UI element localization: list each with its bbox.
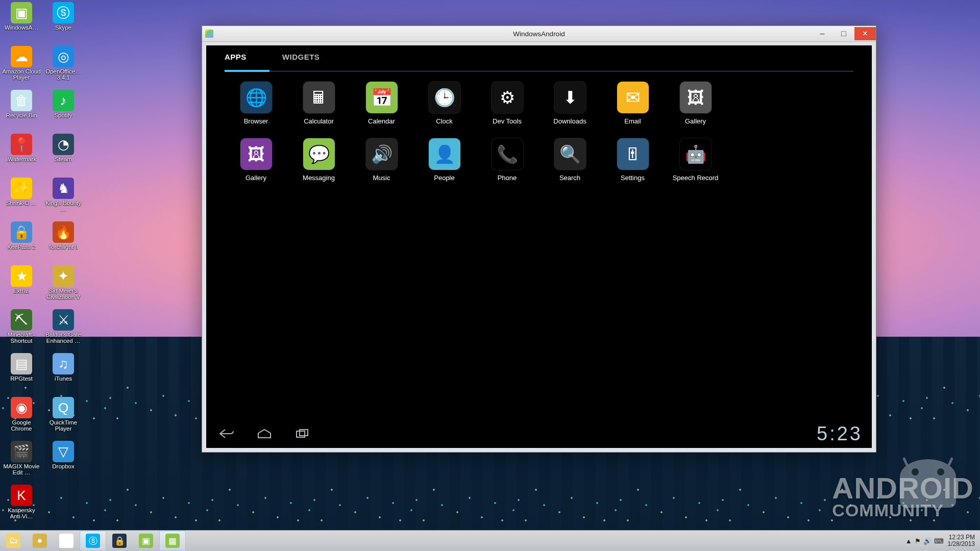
taskbar-unknown-app[interactable]: ●	[27, 531, 53, 551]
taskbar-lock-app[interactable]: 🔒	[106, 531, 133, 551]
window-buttons: – □ ×	[812, 28, 876, 40]
browser-icon: 🌐	[240, 82, 272, 113]
desktop-spotify-icon[interactable]: ♪Spotify	[44, 90, 83, 132]
desktop-rpgtest-icon[interactable]: ▤RPGtest	[2, 353, 41, 395]
tray-icons: ▲⚑🔊⌨	[905, 537, 944, 545]
app-gallery[interactable]: 🖼Gallery	[664, 82, 727, 125]
tab-widgets[interactable]: WIDGETS	[282, 53, 320, 66]
speech-icon: 🤖	[680, 138, 712, 170]
taskbar-chrome[interactable]: ◉	[53, 531, 80, 551]
desktop-icon-label: Minecraft - Shortcut	[2, 332, 41, 344]
app-phone[interactable]: 📞Phone	[476, 138, 538, 182]
desktop-quicktime-icon[interactable]: QQuickTime Player	[44, 397, 83, 439]
home-button[interactable]	[253, 424, 276, 443]
recents-button[interactable]	[291, 424, 313, 443]
app-devtools[interactable]: ⚙Dev Tools	[476, 82, 538, 125]
app-people[interactable]: 👤People	[413, 138, 476, 182]
app-gallery2[interactable]: 🖼Gallery	[225, 138, 287, 182]
desktop-minecraft-icon[interactable]: ⛏Minecraft - Shortcut	[2, 309, 41, 351]
taskbar-skype[interactable]: ⓢ	[80, 531, 106, 551]
taskbar-android[interactable]: ▣	[133, 531, 159, 551]
desktop-dropbox-icon[interactable]: ▽Dropbox	[44, 441, 83, 483]
maximize-button[interactable]: □	[833, 27, 854, 40]
desktop-kings-bounty-icon[interactable]: ♞King's Bounty …	[44, 178, 83, 219]
desktop-torchlight-icon[interactable]: 🔥Torchlight II	[44, 221, 83, 263]
desktop-icon-label: Steam	[55, 156, 71, 162]
app-browser[interactable]: 🌐Browser	[225, 82, 287, 125]
desktop-shrinko-icon[interactable]: ✨Shrink-O …	[2, 178, 41, 219]
settings-icon: 🎚	[617, 138, 649, 170]
baldurs-gate-icon: ⚔	[53, 309, 74, 331]
music-icon: 🔊	[366, 138, 398, 170]
desktop-icon-label: Torchlight II	[48, 244, 79, 250]
close-button[interactable]: ×	[854, 27, 876, 40]
desktop-icon-label: Sid Meier's Civilization V	[44, 288, 83, 300]
desktop-windowsandroid-icon[interactable]: ▣WindowsA…	[2, 2, 41, 44]
app-music[interactable]: 🔊Music	[350, 138, 413, 182]
app-email[interactable]: ✉Email	[601, 82, 664, 125]
desktop-kaspersky-icon[interactable]: KKaspersky Anti-Vi…	[2, 485, 41, 527]
desktop-icon-label: Baldur's Gate Enhanced …	[44, 332, 83, 344]
tab-apps[interactable]: APPS	[225, 53, 247, 66]
svg-rect-0	[297, 431, 305, 437]
minimize-button[interactable]: –	[812, 27, 833, 40]
spotify-icon: ♪	[53, 90, 74, 111]
desktop-itunes-icon[interactable]: ♫iTunes	[44, 353, 83, 395]
desktop-steam-icon[interactable]: ◔Steam	[44, 134, 83, 176]
app-speech[interactable]: 🤖Speech Record	[664, 138, 727, 182]
app-label: Clock	[436, 117, 453, 125]
desktop-icon-label: Kaspersky Anti-Vi…	[2, 507, 41, 519]
app-clock[interactable]: 🕒Clock	[413, 82, 476, 125]
taskbar-clock[interactable]: 12:23 PM 1/28/2013	[948, 534, 975, 547]
chrome-icon: ◉	[11, 397, 32, 418]
taskbar-windowsandroid[interactable]: ▦	[159, 531, 186, 551]
desktop-icon-label: Dropbox	[52, 463, 74, 469]
tray-icon-3[interactable]: ⌨	[934, 537, 944, 545]
app-search[interactable]: 🔍Search	[538, 138, 601, 182]
app-calculator[interactable]: 🖩Calculator	[287, 82, 350, 125]
desktop-skype-icon[interactable]: ⓢSkype	[44, 2, 83, 44]
desktop-openoffice-icon[interactable]: ◎OpenOffice… 3.4.1	[44, 46, 83, 88]
taskbar-explorer[interactable]: 🗂	[0, 531, 27, 551]
app-label: Gallery	[246, 174, 266, 182]
app-label: People	[434, 174, 454, 182]
app-label: Dev Tools	[493, 117, 522, 125]
tray-icon-2[interactable]: 🔊	[923, 537, 932, 545]
back-button[interactable]	[215, 424, 238, 443]
taskbar-date: 1/28/2013	[948, 541, 975, 547]
kaspersky-icon: K	[11, 485, 32, 506]
windowsandroid-icon: ▣	[11, 2, 32, 23]
taskbar[interactable]: 🗂●◉ⓢ🔒▣▦ ▲⚑🔊⌨ 12:23 PM 1/28/2013	[0, 530, 980, 551]
torchlight-icon: 🔥	[53, 221, 74, 243]
desktop-chrome-icon[interactable]: ◉Google Chrome	[2, 397, 41, 439]
desktop-iwatermark-icon[interactable]: 📍iWatermark	[2, 134, 41, 176]
app-messaging[interactable]: 💬Messaging	[287, 138, 350, 182]
desktop-icon-label: KeePass 2	[7, 244, 36, 250]
titlebar[interactable]: WindowsAndroid – □ ×	[202, 26, 876, 42]
desktop-civ5-icon[interactable]: ✦Sid Meier's Civilization V	[44, 265, 83, 307]
calculator-icon: 🖩	[303, 82, 335, 113]
app-calendar[interactable]: 📅Calendar	[350, 82, 413, 125]
app-downloads[interactable]: ⬇Downloads	[538, 82, 601, 125]
desktop-icons: ▣WindowsA…ⓢSkype☁Amazon Cloud Player◎Ope…	[2, 2, 83, 527]
app-settings[interactable]: 🎚Settings	[601, 138, 664, 182]
desktop-recycle-bin-icon[interactable]: 🗑Recycle Bin	[2, 90, 41, 132]
app-icon	[205, 30, 213, 38]
tray-icon-0[interactable]: ▲	[905, 537, 912, 545]
kings-bounty-icon: ♞	[53, 178, 74, 199]
extras-icon: ★	[11, 265, 32, 287]
app-label: Calendar	[368, 117, 395, 125]
desktop-icon-label: Skype	[55, 24, 71, 31]
desktop-amazon-cloud-icon[interactable]: ☁Amazon Cloud Player	[2, 46, 41, 88]
desktop-extras-icon[interactable]: ★Extras	[2, 265, 41, 307]
desktop[interactable]: ▣WindowsA…ⓢSkype☁Amazon Cloud Player◎Ope…	[0, 0, 980, 551]
desktop-magix-icon[interactable]: 🎬MAGIX Movie Edit …	[2, 441, 41, 483]
tray-icon-1[interactable]: ⚑	[915, 537, 921, 545]
openoffice-icon: ◎	[53, 46, 74, 67]
messaging-icon: 💬	[303, 138, 335, 170]
steam-icon: ◔	[53, 134, 74, 155]
rpgtest-icon: ▤	[11, 353, 32, 374]
system-tray[interactable]: ▲⚑🔊⌨ 12:23 PM 1/28/2013	[900, 534, 980, 547]
desktop-keepass-icon[interactable]: 🔒KeePass 2	[2, 221, 41, 263]
desktop-baldurs-gate-icon[interactable]: ⚔Baldur's Gate Enhanced …	[44, 309, 83, 351]
